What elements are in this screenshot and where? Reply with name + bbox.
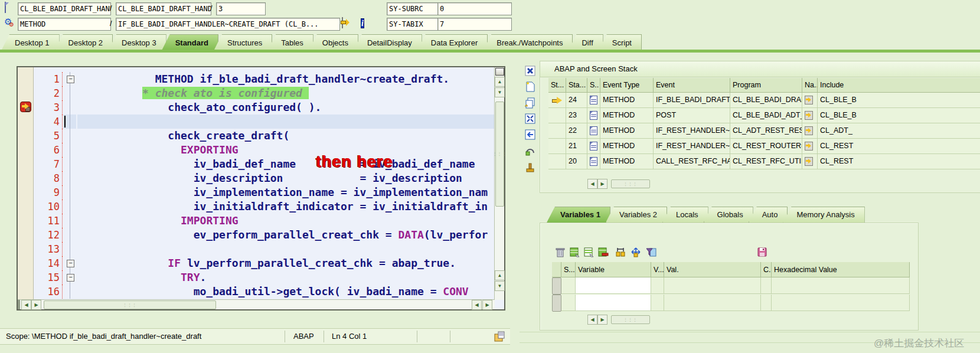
editor-line-2[interactable]: 2* check ato is configured <box>34 86 495 100</box>
table-edit-icon[interactable] <box>583 246 594 258</box>
stack-column-header[interactable]: Event <box>654 78 730 93</box>
scroll-right-icon[interactable]: ▶ <box>597 315 607 325</box>
variables-column-header[interactable]: S... <box>561 262 576 277</box>
scroll-left-icon[interactable]: ◀ <box>21 300 31 310</box>
tab-data-explorer[interactable]: Data Explorer <box>417 34 488 51</box>
fold-toggle-icon[interactable]: − <box>67 274 74 282</box>
scroll-down-icon[interactable]: ▼ <box>495 281 505 291</box>
save-icon[interactable] <box>756 246 768 258</box>
goto-statement-icon[interactable] <box>341 18 353 30</box>
scroll-right-icon[interactable]: ▶ <box>482 300 492 310</box>
variables-row[interactable] <box>552 295 910 312</box>
scroll-up-icon[interactable]: ▲ <box>495 77 505 87</box>
editor-vertical-scrollbar[interactable]: ▲ ▼ ⋮⋮⋮ ▲ ▼ <box>494 67 504 300</box>
variables-column-header[interactable]: Variable <box>576 262 651 277</box>
scroll-left-icon[interactable]: ◀ <box>472 300 482 310</box>
editor-line-5[interactable]: 5 check_create_draft( <box>34 129 495 143</box>
editor-line-14[interactable]: 14− IF lv_perform_parallel_creat_chk = a… <box>34 256 495 270</box>
stack-row[interactable]: 23METHODPOSTCL_BLE_BADI_ADT_RES...CL_BLE… <box>548 108 980 123</box>
stack-row[interactable]: 22METHODIF_REST_HANDLER~HAN..CL_ADT_REST… <box>548 123 980 139</box>
scroll-right-icon[interactable]: ▶ <box>597 179 607 189</box>
scroll-up-icon[interactable]: ▲ <box>495 270 505 280</box>
editor-line-16[interactable]: 16 mo_badi_util->get_lock( iv_badi_name … <box>34 285 495 299</box>
stack-horizontal-scrollbar[interactable]: ◀ ▶ ⋮⋮⋮ <box>587 179 729 188</box>
variables-column-header[interactable]: C... <box>761 262 772 277</box>
compare-icon[interactable] <box>615 246 626 258</box>
new-session-icon[interactable] <box>524 81 536 93</box>
stack-hscroll-thumb[interactable]: ⋮⋮⋮ <box>611 179 650 188</box>
tab-locals[interactable]: Locals <box>662 207 708 223</box>
maximize-icon[interactable] <box>524 113 536 125</box>
tab-variables-2[interactable]: Variables 2 <box>606 207 667 223</box>
tab-auto[interactable]: Auto <box>749 207 788 223</box>
copy-session-icon[interactable] <box>524 97 536 109</box>
navigate-icon[interactable] <box>805 126 813 135</box>
variables-row[interactable] <box>552 277 910 295</box>
variables-column-header[interactable]: Hexadecimal Value <box>772 262 910 277</box>
variable-name-cell[interactable] <box>576 295 651 311</box>
splitter-handle[interactable] <box>18 300 20 309</box>
code-editor[interactable]: 1− METHOD if_ble_badi_draft_handler~crea… <box>17 66 505 310</box>
tab-globals[interactable]: Globals <box>704 207 753 223</box>
tab-diff[interactable]: Diff <box>568 34 603 51</box>
scroll-down-icon[interactable]: ▼ <box>495 87 505 97</box>
tab-standard[interactable]: Standard <box>162 34 218 51</box>
variables-column-header[interactable]: V... <box>651 262 664 277</box>
close-icon[interactable] <box>524 65 536 77</box>
watchpoint-icon[interactable] <box>524 145 536 156</box>
stack-column-header[interactable]: S.. <box>587 78 600 93</box>
fold-toggle-icon[interactable]: − <box>67 260 74 267</box>
editor-breakpoint-margin[interactable] <box>18 67 34 300</box>
variables-horizontal-scrollbar[interactable]: ◀ ▶ ⋮⋮⋮ <box>587 315 729 324</box>
variables-column-header[interactable]: Val. <box>664 262 761 277</box>
stack-column-header[interactable]: Program <box>730 78 802 93</box>
stack-row[interactable]: 21METHODIF_REST_HANDLER~HAN..CL_REST_ROU… <box>548 139 980 154</box>
event-type-field[interactable]: METHOD <box>18 18 111 31</box>
sy-subrc-value-field[interactable]: 0 <box>437 2 512 15</box>
hscroll-thumb[interactable]: ⋮⋮⋮ <box>44 300 216 309</box>
editor-line-3[interactable]: 3 check_ato_configured( ). <box>34 100 495 115</box>
class-field[interactable]: CL_BLE_BADI_DRAFT_HANDLER====... <box>18 2 111 15</box>
tab-script[interactable]: Script <box>599 34 642 51</box>
variables-hscroll-thumb[interactable]: ⋮⋮⋮ <box>611 315 650 324</box>
tab-break-watchpoints[interactable]: Break./Watchpoints <box>483 34 573 51</box>
split-window-handle[interactable] <box>495 68 504 76</box>
vscroll-thumb[interactable]: ⋮⋮⋮ <box>495 102 504 207</box>
navigate-icon[interactable] <box>805 96 813 104</box>
copy-source-icon[interactable] <box>494 331 505 342</box>
editor-line-4[interactable]: 4 <box>34 115 495 129</box>
stack-column-header[interactable]: St... <box>548 78 566 93</box>
filter-icon[interactable] <box>645 246 657 258</box>
scroll-left-icon[interactable]: ◀ <box>587 179 597 189</box>
editor-line-15[interactable]: 15− TRY. <box>34 270 495 285</box>
editor-line-12[interactable]: 12 ev_perform_parallel_creat_chk = DATA(… <box>34 228 495 242</box>
editor-horizontal-scrollbar[interactable]: ◀ ▶ ⋮⋮⋮ ◀ ▶ <box>18 299 495 309</box>
stack-level-field[interactable]: 3 <box>216 2 266 15</box>
variable-name-cell[interactable] <box>576 277 651 294</box>
breakpoint-icon[interactable] <box>20 102 31 112</box>
editor-line-10[interactable]: 10 iv_initialdraft_indicator = iv_initia… <box>34 200 495 214</box>
editor-line-13[interactable]: 13 <box>34 242 495 256</box>
editor-line-8[interactable]: 8 iv_description = iv_description <box>34 171 495 185</box>
scroll-left-icon[interactable]: ◀ <box>587 315 597 325</box>
editor-line-7[interactable]: 7 iv_badi_def_name = iv_badi_def_name <box>34 157 495 171</box>
tab-tables[interactable]: Tables <box>267 34 313 51</box>
navigate-icon[interactable] <box>805 142 813 151</box>
event-field[interactable]: IF_BLE_BADI_DRAFT_HANDLER~CREATE_DRAFT (… <box>116 18 340 31</box>
tool-icon[interactable] <box>524 162 536 174</box>
editor-line-6[interactable]: 6 EXPORTING <box>34 143 495 157</box>
sy-tabix-label-field[interactable]: SY-TABIX <box>387 18 439 31</box>
table-delete-icon[interactable] <box>597 246 609 258</box>
stack-column-header[interactable]: Event Type <box>600 78 654 93</box>
scroll-right-icon[interactable]: ▶ <box>31 300 41 310</box>
info-icon[interactable]: i <box>360 18 372 30</box>
tab-objects[interactable]: Objects <box>309 34 358 51</box>
editor-line-1[interactable]: 1− METHOD if_ble_badi_draft_handler~crea… <box>34 72 495 86</box>
stack-column-header[interactable]: Na... <box>802 78 818 93</box>
stack-row[interactable]: 20METHODCALL_REST_RFC_HANDL...CL_REST_RF… <box>548 154 980 169</box>
row-selector[interactable] <box>552 295 561 312</box>
program-field[interactable]: CL_BLE_BADI_DRAFT_HANDLER====... <box>116 2 211 15</box>
navigate-icon[interactable] <box>805 111 813 120</box>
tab-desktop-1[interactable]: Desktop 1 <box>1 34 60 51</box>
sy-subrc-label-field[interactable]: SY-SUBRC <box>387 2 439 15</box>
